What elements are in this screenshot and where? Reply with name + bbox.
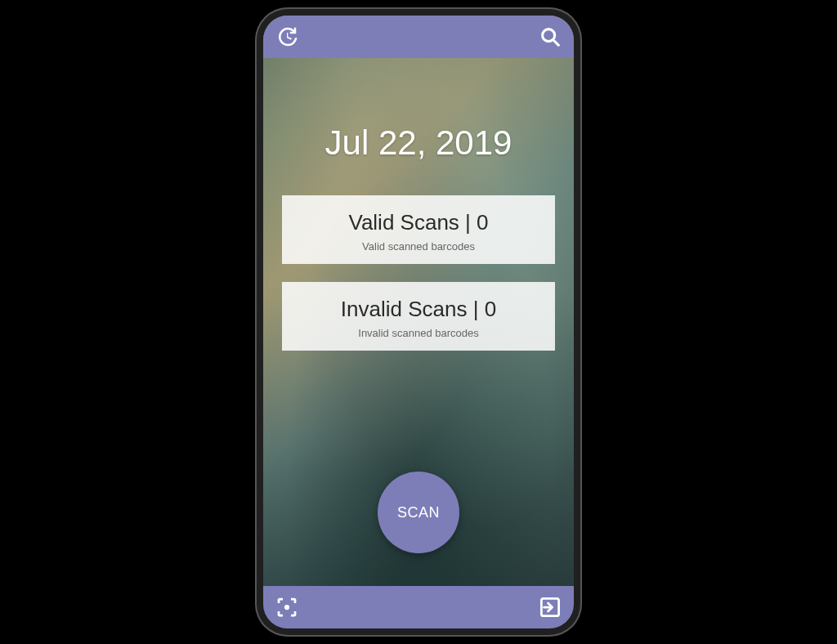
svg-line-1 — [553, 40, 559, 46]
focus-icon[interactable] — [275, 595, 299, 619]
top-bar — [263, 16, 574, 58]
search-icon[interactable] — [538, 25, 562, 49]
valid-scans-subtitle: Valid scanned barcodes — [290, 240, 547, 253]
exit-icon[interactable] — [538, 595, 562, 619]
main-content: Jul 22, 2019 Valid Scans | 0 Valid scann… — [263, 58, 574, 586]
history-icon[interactable] — [275, 25, 299, 49]
date-display: Jul 22, 2019 — [325, 123, 512, 163]
valid-scans-card[interactable]: Valid Scans | 0 Valid scanned barcodes — [282, 195, 555, 264]
bottom-bar — [263, 586, 574, 628]
phone-screen: Jul 22, 2019 Valid Scans | 0 Valid scann… — [263, 16, 574, 628]
scan-button-label: SCAN — [397, 504, 440, 521]
svg-point-2 — [284, 605, 289, 610]
phone-frame: Jul 22, 2019 Valid Scans | 0 Valid scann… — [255, 7, 582, 637]
invalid-scans-title: Invalid Scans | 0 — [290, 297, 547, 322]
valid-scans-title: Valid Scans | 0 — [290, 210, 547, 235]
invalid-scans-subtitle: Invalid scanned barcodes — [290, 327, 547, 339]
scan-button[interactable]: SCAN — [378, 472, 459, 553]
invalid-scans-card[interactable]: Invalid Scans | 0 Invalid scanned barcod… — [282, 282, 555, 351]
svg-point-0 — [543, 29, 555, 42]
